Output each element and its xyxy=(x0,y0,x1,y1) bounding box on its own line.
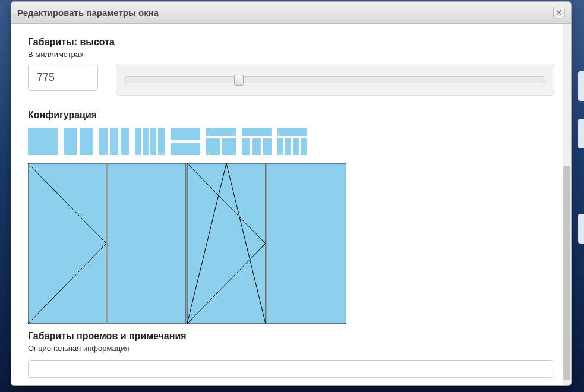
svg-rect-27 xyxy=(267,163,346,324)
svg-rect-16 xyxy=(242,138,250,155)
note-heading: Примечание xyxy=(28,385,554,385)
dialog-close-button[interactable]: ✕ xyxy=(553,7,565,18)
config-option-3-over-1[interactable] xyxy=(242,128,272,155)
bg-tab-1 xyxy=(578,71,584,101)
svg-rect-1 xyxy=(64,128,77,155)
height-slider[interactable] xyxy=(125,76,545,83)
svg-rect-18 xyxy=(263,138,272,155)
dialog-content: Габариты: высота В миллиметрах Конфигура… xyxy=(11,24,571,385)
config-option-1x2[interactable] xyxy=(171,128,200,155)
svg-rect-24 xyxy=(28,163,106,324)
bg-tab-2 xyxy=(578,119,584,148)
svg-rect-22 xyxy=(293,138,299,155)
height-slider-container xyxy=(116,64,554,96)
dialog-title: Редактировать параметры окна xyxy=(17,8,159,18)
svg-rect-2 xyxy=(80,128,93,155)
window-preview xyxy=(28,163,346,324)
svg-rect-0 xyxy=(28,128,58,155)
svg-rect-26 xyxy=(187,163,266,324)
dialog-body: Габариты: высота В миллиметрах Конфигура… xyxy=(11,24,571,385)
openings-input[interactable] xyxy=(28,360,554,378)
config-option-3x1[interactable] xyxy=(99,128,129,155)
svg-rect-9 xyxy=(158,128,165,155)
svg-rect-3 xyxy=(99,128,108,155)
svg-rect-4 xyxy=(110,128,118,155)
scrollbar-thumb[interactable] xyxy=(563,166,570,380)
config-options-row xyxy=(28,128,554,155)
svg-rect-25 xyxy=(108,163,186,324)
height-help: В миллиметрах xyxy=(28,50,554,59)
height-slider-handle[interactable] xyxy=(234,75,244,86)
config-option-4-over-1[interactable] xyxy=(277,128,307,155)
config-option-4x1[interactable] xyxy=(135,128,165,155)
openings-help: Опциональная информация xyxy=(28,344,554,353)
svg-rect-7 xyxy=(143,128,149,155)
config-heading: Конфигурация xyxy=(28,110,554,121)
svg-rect-21 xyxy=(285,138,291,155)
config-option-2x1[interactable] xyxy=(64,128,93,155)
openings-heading: Габариты проемов и примечания xyxy=(28,331,554,342)
svg-rect-15 xyxy=(242,128,272,136)
svg-rect-11 xyxy=(171,143,200,155)
dialog-titlebar: Редактировать параметры окна ✕ xyxy=(11,2,571,24)
svg-rect-19 xyxy=(277,128,307,136)
height-input[interactable] xyxy=(28,64,98,91)
svg-rect-20 xyxy=(277,138,283,155)
svg-rect-13 xyxy=(206,138,220,155)
vertical-scrollbar[interactable] xyxy=(563,24,571,385)
edit-window-params-dialog: Редактировать параметры окна ✕ Габариты:… xyxy=(11,1,572,386)
config-option-1x1[interactable] xyxy=(28,128,58,155)
bg-tab-3 xyxy=(578,214,584,244)
svg-rect-6 xyxy=(135,128,141,155)
svg-rect-17 xyxy=(252,138,261,155)
svg-rect-12 xyxy=(206,128,236,136)
svg-rect-10 xyxy=(171,128,200,140)
svg-rect-8 xyxy=(150,128,156,155)
height-heading: Габариты: высота xyxy=(28,37,554,48)
svg-rect-23 xyxy=(301,138,307,155)
svg-rect-5 xyxy=(121,128,129,155)
config-option-2-over-1[interactable] xyxy=(206,128,236,155)
svg-rect-14 xyxy=(222,138,236,155)
close-icon: ✕ xyxy=(555,8,563,17)
